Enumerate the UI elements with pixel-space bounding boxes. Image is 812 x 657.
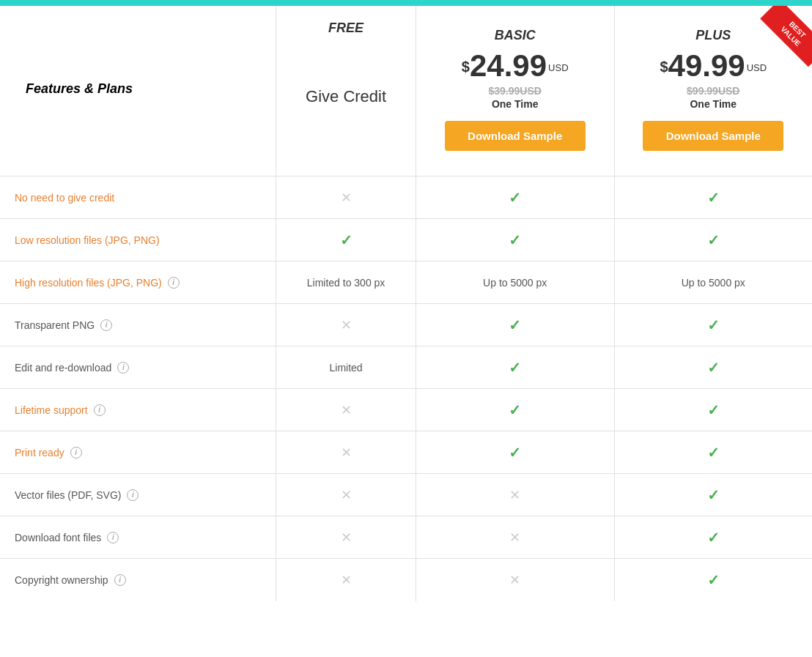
basic-price: 24.99	[470, 48, 547, 83]
plus-plan-header: BESTVALUE PLUS $49.99USD $99.99USD One T…	[614, 6, 812, 177]
cross-icon: ✕	[341, 573, 352, 587]
cell-text: Up to 5000 px	[416, 267, 614, 299]
table-row: Transparent PNGi✕✓✓	[0, 304, 812, 346]
feature-cell: Transparent PNGi	[0, 304, 276, 346]
check-icon: ✓	[707, 402, 720, 418]
free-feature-cell: ✕	[276, 177, 416, 219]
feature-name: Edit and re-download	[15, 362, 111, 374]
basic-feature-cell: ✓	[416, 431, 614, 474]
cross-icon: ✕	[341, 403, 352, 417]
basic-plan-header: BASIC $24.99USD $39.99USD One Time Downl…	[416, 6, 614, 177]
feature-name: Transparent PNG	[15, 319, 95, 331]
plus-feature-cell: ✓	[614, 389, 812, 431]
feature-cell: Vector files (PDF, SVG)i	[0, 474, 276, 516]
plus-feature-cell: ✓	[614, 431, 812, 474]
plus-feature-cell: ✓	[614, 516, 812, 559]
check-icon: ✓	[509, 317, 521, 333]
check-icon: ✓	[707, 530, 720, 546]
free-feature-cell: ✕	[276, 559, 416, 601]
check-icon: ✓	[707, 232, 720, 248]
feature-cell: Low resolution files (JPG, PNG)	[0, 219, 276, 261]
check-icon: ✓	[707, 572, 720, 588]
feature-name: Print ready	[15, 447, 64, 459]
plus-feature-cell: ✓	[614, 346, 812, 389]
free-feature-cell: ✕	[276, 474, 416, 516]
feature-cell: Edit and re-downloadi	[0, 346, 276, 389]
plus-download-button[interactable]: Download Sample	[643, 121, 783, 151]
check-icon: ✓	[707, 487, 720, 503]
free-feature-cell: ✕	[276, 431, 416, 474]
info-icon[interactable]: i	[94, 404, 106, 416]
basic-feature-cell: Up to 5000 px	[416, 261, 614, 304]
feature-cell: Download font filesi	[0, 516, 276, 559]
basic-feature-cell: ✓	[416, 219, 614, 261]
feature-name: Vector files (PDF, SVG)	[15, 489, 121, 501]
check-icon: ✓	[509, 402, 521, 418]
feature-name: Low resolution files (JPG, PNG)	[15, 234, 160, 246]
free-feature-cell: ✓	[276, 219, 416, 261]
basic-unit: USD	[548, 62, 568, 73]
free-feature-cell: Limited to 300 px	[276, 261, 416, 304]
basic-feature-cell: ✓	[416, 304, 614, 346]
info-icon[interactable]: i	[127, 489, 139, 501]
plus-price-container: $49.99USD	[626, 51, 801, 81]
check-icon: ✓	[509, 445, 521, 461]
table-row: Edit and re-downloadiLimited✓✓	[0, 346, 812, 389]
top-bar	[0, 0, 812, 6]
plus-feature-cell: ✓	[614, 177, 812, 219]
info-icon[interactable]: i	[114, 574, 126, 586]
plus-payment-type: One Time	[626, 98, 801, 110]
table-row: Low resolution files (JPG, PNG)✓✓✓	[0, 219, 812, 261]
table-row: Print readyi✕✓✓	[0, 431, 812, 474]
basic-plan-label: BASIC	[427, 28, 603, 43]
pricing-table: Features & Plans FREE Give Credit BASIC …	[0, 6, 812, 601]
plus-feature-cell: Up to 5000 px	[614, 261, 812, 304]
feature-name: No need to give credit	[15, 192, 114, 204]
free-feature-cell: ✕	[276, 516, 416, 559]
table-row: High resolution files (JPG, PNG)iLimited…	[0, 261, 812, 304]
feature-name: Copyright ownership	[15, 574, 108, 586]
basic-feature-cell: ✕	[416, 474, 614, 516]
cross-icon: ✕	[341, 530, 352, 545]
basic-feature-cell: ✕	[416, 516, 614, 559]
features-label: Features & Plans	[11, 81, 265, 97]
free-feature-cell: Limited	[276, 346, 416, 389]
feature-cell: Copyright ownershipi	[0, 559, 276, 601]
check-icon: ✓	[707, 317, 720, 333]
cross-icon: ✕	[341, 190, 352, 205]
info-icon[interactable]: i	[168, 277, 180, 289]
basic-original-price: $39.99USD	[427, 85, 603, 97]
plus-original-price: $99.99USD	[626, 85, 801, 97]
cross-icon: ✕	[509, 573, 520, 587]
basic-download-button[interactable]: Download Sample	[445, 121, 586, 151]
free-plan-label: FREE	[287, 21, 405, 36]
info-icon[interactable]: i	[117, 362, 129, 374]
table-row: Download font filesi✕✕✓	[0, 516, 812, 559]
plus-price: 49.99	[668, 48, 745, 83]
check-icon: ✓	[707, 190, 720, 206]
page-wrapper: Features & Plans FREE Give Credit BASIC …	[0, 0, 812, 657]
check-icon: ✓	[509, 190, 521, 206]
basic-payment-type: One Time	[427, 98, 603, 110]
basic-feature-cell: ✓	[416, 346, 614, 389]
feature-name: High resolution files (JPG, PNG)	[15, 277, 162, 289]
cross-icon: ✕	[341, 318, 352, 333]
feature-name: Lifetime support	[15, 404, 88, 416]
basic-feature-cell: ✓	[416, 177, 614, 219]
plus-feature-cell: ✓	[614, 219, 812, 261]
free-plan-header: FREE Give Credit	[276, 6, 416, 177]
basic-price-container: $24.99USD	[427, 51, 603, 81]
plus-feature-cell: ✓	[614, 474, 812, 516]
plus-feature-cell: ✓	[614, 559, 812, 601]
check-icon: ✓	[509, 232, 521, 248]
cross-icon: ✕	[509, 488, 520, 502]
info-icon[interactable]: i	[70, 447, 82, 459]
plus-unit: USD	[747, 62, 767, 73]
feature-cell: No need to give credit	[0, 177, 276, 219]
plus-currency: $	[660, 58, 668, 74]
info-icon[interactable]: i	[107, 532, 119, 543]
info-icon[interactable]: i	[100, 319, 112, 331]
cell-text: Limited to 300 px	[276, 267, 416, 299]
feature-name: Download font files	[15, 532, 101, 543]
check-icon: ✓	[340, 232, 353, 248]
